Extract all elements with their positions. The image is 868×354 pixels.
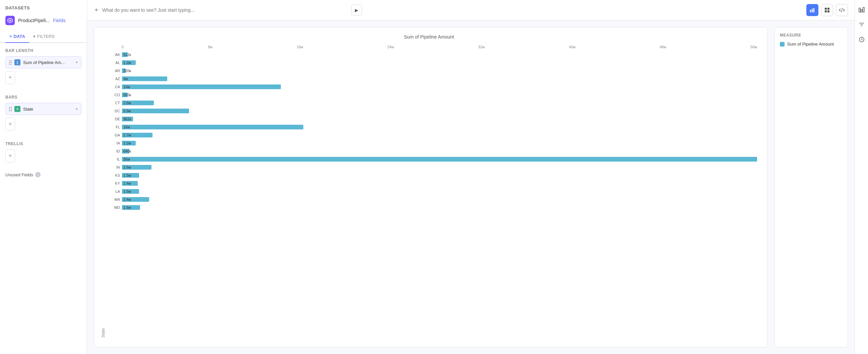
add-bars-button[interactable]: + xyxy=(5,118,15,131)
grid-view-button[interactable] xyxy=(821,4,833,16)
code-view-button[interactable] xyxy=(836,4,848,16)
bar-row: GA2.7м xyxy=(108,131,757,139)
bar-fill: 1.5м xyxy=(122,173,139,178)
bar-fill: 1.2м xyxy=(122,141,136,146)
x-tick-1: 8м xyxy=(208,45,213,49)
bar-length-section: Bar Length ∑ Sum of Pipeline Am... ▾ + xyxy=(0,43,87,89)
bar-row: IN2.6м xyxy=(108,164,757,171)
bar-value: 5.9м xyxy=(123,109,131,113)
bars-drag-handle[interactable] xyxy=(9,107,12,111)
history-icon[interactable] xyxy=(857,35,866,44)
bar-track: 320к xyxy=(122,68,757,73)
info-text: i xyxy=(37,173,38,177)
bar-track: 1.6м xyxy=(122,205,757,210)
bar-track: 962к xyxy=(122,117,757,121)
trellis-title: Trellis xyxy=(5,142,82,146)
search-input[interactable] xyxy=(102,7,348,13)
bar-track: 640к xyxy=(122,149,757,153)
bar-value: 1.2м xyxy=(123,61,131,65)
svg-rect-7 xyxy=(825,10,827,12)
bars-area: AK512кAL1.2мAR320кAZ4мCA14мCO503кCT2.8мD… xyxy=(108,51,757,337)
bar-value: 1.6м xyxy=(123,206,131,209)
bar-value: 2.7м xyxy=(123,133,131,137)
bar-value: 512к xyxy=(123,53,131,57)
state-field-icon: A xyxy=(14,106,21,112)
bar-value: 4м xyxy=(123,77,128,81)
bar-value: 320к xyxy=(123,69,131,73)
bars-section: Bars A State ▾ + xyxy=(0,89,87,136)
tab-data[interactable]: ≡ DATA xyxy=(5,30,29,43)
field-icon: ∑ xyxy=(14,59,21,65)
search-bar: ✦ ▶ xyxy=(94,5,362,16)
bar-row: DE962к xyxy=(108,115,757,123)
filter-icon[interactable] xyxy=(857,20,866,30)
chart-area: Sum of Pipeline Amount State 0 8м 16м 24… xyxy=(87,21,855,354)
bar-label: GA xyxy=(108,133,120,137)
bar-length-label: Sum of Pipeline Am... xyxy=(23,60,65,65)
sidebar-tabs: ≡ DATA ▾ FILTERS xyxy=(0,30,87,43)
info-icon[interactable]: i xyxy=(35,172,40,177)
add-trellis-button[interactable]: + xyxy=(5,149,15,163)
measure-item: Sum of Pipeline Amount xyxy=(780,41,842,47)
bar-label: FL xyxy=(108,125,120,129)
bar-row: CO503к xyxy=(108,91,757,98)
bar-row: KS1.5м xyxy=(108,172,757,179)
x-tick-7: 56м xyxy=(750,45,757,49)
bar-fill: 56м xyxy=(122,157,757,161)
drag-handle[interactable] xyxy=(9,60,12,65)
bar-track: 1.5м xyxy=(122,189,757,194)
bar-value: 56м xyxy=(123,157,130,161)
chart-settings-icon[interactable] xyxy=(857,5,866,15)
bar-row: AL1.2м xyxy=(108,59,757,66)
bar-value: 1.5м xyxy=(123,173,131,177)
bar-length-field[interactable]: ∑ Sum of Pipeline Am... ▾ xyxy=(5,56,82,68)
bar-value: 16м xyxy=(123,125,130,129)
svg-rect-6 xyxy=(828,8,830,10)
product-icon xyxy=(5,16,15,25)
svg-rect-10 xyxy=(859,8,860,12)
chart-container: Sum of Pipeline Amount State 0 8м 16м 24… xyxy=(94,27,768,347)
x-tick-6: 48м xyxy=(659,45,666,49)
x-tick-4: 32м xyxy=(478,45,485,49)
bar-label: ID xyxy=(108,149,120,153)
bar-row: DC5.9м xyxy=(108,107,757,115)
bar-track: 16м xyxy=(122,125,757,129)
bar-row: IL56м xyxy=(108,155,757,163)
svg-rect-5 xyxy=(825,8,827,10)
bar-value: 2.6м xyxy=(123,165,131,169)
bar-fill: 14м xyxy=(122,85,281,89)
bar-row: KY1.4м xyxy=(108,180,757,187)
product-name: ProductPipeli... xyxy=(18,18,50,23)
fields-link[interactable]: Fields xyxy=(53,18,65,23)
bars-field[interactable]: A State ▾ xyxy=(5,103,82,115)
y-axis-label: State xyxy=(101,45,105,337)
bars-label: State xyxy=(23,107,33,112)
bar-value: 503к xyxy=(123,93,131,97)
bar-label: AK xyxy=(108,53,120,57)
sparkle-icon: ✦ xyxy=(94,6,99,14)
tab-data-label: DATA xyxy=(14,34,25,39)
bar-fill: 1.5м xyxy=(122,189,139,194)
trellis-section: Trellis + xyxy=(0,136,87,168)
bar-label: AZ xyxy=(108,77,120,81)
bars-title: Bars xyxy=(5,95,82,99)
bar-row: LA1.5м xyxy=(108,188,757,195)
svg-rect-12 xyxy=(863,7,864,12)
bar-fill: 16м xyxy=(122,125,303,129)
bar-fill: 2.7м xyxy=(122,133,153,138)
bar-track: 1.2м xyxy=(122,60,757,65)
bar-row: CT2.8м xyxy=(108,99,757,107)
bar-track: 2.4м xyxy=(122,197,757,202)
play-button[interactable]: ▶ xyxy=(351,5,362,16)
bar-label: KS xyxy=(108,173,120,177)
bar-row: IA1.2м xyxy=(108,140,757,147)
bar-fill: 962к xyxy=(122,117,133,121)
bar-chart-view-button[interactable] xyxy=(806,4,818,16)
tab-filters-label: FILTERS xyxy=(37,34,55,39)
add-bar-length-button[interactable]: + xyxy=(5,71,15,84)
tab-filters[interactable]: ▾ FILTERS xyxy=(29,30,59,43)
chart-inner: State 0 8м 16м 24м 32м 40м 48м 56м AK512… xyxy=(101,45,757,337)
bar-fill: 1.2м xyxy=(122,60,136,65)
chart-body: 0 8м 16м 24м 32м 40м 48м 56м AK512кAL1.2… xyxy=(108,45,757,337)
bar-fill: 640к xyxy=(122,149,129,153)
